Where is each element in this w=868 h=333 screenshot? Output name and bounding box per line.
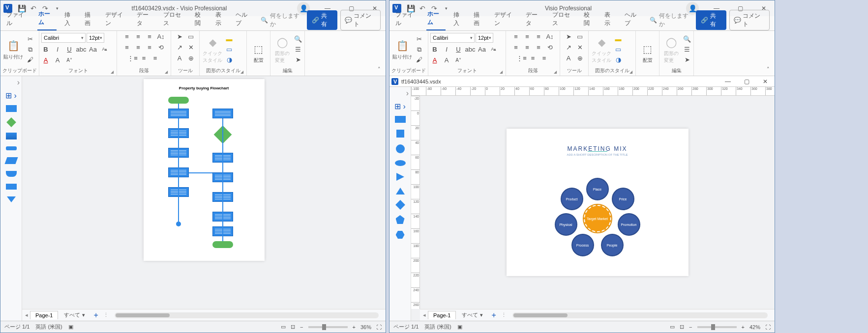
increase-indent-icon[interactable]: ≡ <box>151 54 160 62</box>
arrange-button[interactable]: ⬚配置 <box>249 37 268 69</box>
connector-circle[interactable] <box>176 222 181 226</box>
status-language[interactable]: 英語 (米国) <box>424 323 451 331</box>
page-tab-1[interactable]: Page-1 <box>428 311 456 319</box>
stencil-ellipse[interactable] <box>395 160 406 166</box>
stencil-square[interactable] <box>396 130 404 138</box>
terminator-end[interactable] <box>212 241 233 248</box>
add-page-button[interactable]: + <box>91 311 101 320</box>
tab-home[interactable]: ホーム <box>426 7 446 30</box>
font-name-combo[interactable]: Calibri <box>41 33 86 43</box>
grow-font-button[interactable]: A▴ <box>489 45 498 54</box>
nav-first-icon[interactable]: ◂ <box>423 312 426 318</box>
doc-maximize-button[interactable]: ▢ <box>737 78 756 85</box>
zoom-level[interactable]: 36% <box>360 324 371 330</box>
add-page-button[interactable]: + <box>489 311 499 320</box>
shrink-font-button[interactable]: A˅ <box>65 56 74 64</box>
find-icon[interactable]: 🔍 <box>294 35 302 44</box>
share-button[interactable]: 🔗 共有 <box>307 10 337 30</box>
text-tool-icon[interactable]: A <box>175 54 184 62</box>
effects-icon[interactable]: ◑ <box>225 56 234 64</box>
collapse-ribbon-icon[interactable]: ˄ <box>373 31 386 76</box>
align-right-icon[interactable]: ≡ <box>534 32 543 41</box>
align-bottom-icon[interactable]: ≡ <box>145 43 154 52</box>
connector-tool-icon[interactable]: ↗ <box>175 43 184 52</box>
dialog-launcher-icon[interactable]: ◢ <box>629 70 632 74</box>
align-bottom-icon[interactable]: ≡ <box>534 43 543 52</box>
connection-point-icon[interactable]: ⊕ <box>186 54 195 62</box>
tab-view[interactable]: 表示 <box>603 8 617 30</box>
text-direction-icon[interactable]: A↕ <box>545 32 554 41</box>
increase-indent-icon[interactable]: ≡ <box>540 54 549 62</box>
all-pages-tab[interactable]: すべて ▾ <box>60 310 89 320</box>
tab-help[interactable]: ヘルプ <box>624 8 643 30</box>
stencil-card[interactable] <box>6 184 17 190</box>
tab-review[interactable]: 校閲 <box>583 8 596 30</box>
zoom-slider[interactable] <box>308 326 348 328</box>
petal-circle[interactable]: Physical <box>555 213 577 236</box>
select-icon[interactable]: ➤ <box>683 56 691 64</box>
terminator-start[interactable] <box>168 97 189 104</box>
format-painter-icon[interactable]: 🖌 <box>415 56 423 64</box>
tab-review[interactable]: 校閲 <box>194 8 207 30</box>
paste-button[interactable]: 📋貼り付け <box>391 33 413 66</box>
change-case-button[interactable]: Aa <box>478 45 486 54</box>
rotate-text-icon[interactable]: ⟲ <box>545 43 554 52</box>
process-box[interactable] <box>168 109 189 118</box>
rectangle-tool-icon[interactable]: ▭ <box>575 32 584 41</box>
text-direction-icon[interactable]: A↕ <box>156 32 165 41</box>
fill-color-icon[interactable]: ▬ <box>614 35 623 44</box>
zoom-in-icon[interactable]: + <box>742 324 745 330</box>
cut-icon[interactable]: ✂ <box>26 35 34 44</box>
tab-data[interactable]: データ <box>525 8 544 30</box>
font-color-button[interactable]: A <box>41 56 50 64</box>
copy-icon[interactable]: ⧉ <box>415 45 423 54</box>
dialog-launcher-icon[interactable]: ◢ <box>240 70 243 74</box>
align-top-icon[interactable]: ≡ <box>122 43 131 52</box>
petal-circle[interactable]: Product <box>561 188 583 210</box>
petal-circle[interactable]: Price <box>612 188 634 210</box>
dialog-launcher-icon[interactable]: ◢ <box>554 70 557 74</box>
presentation-mode-icon[interactable]: ▭ <box>281 324 286 330</box>
stencil-rectangle[interactable] <box>6 105 17 112</box>
pointer-tool-icon[interactable]: ➤ <box>564 32 573 41</box>
tab-data[interactable]: データ <box>136 8 155 30</box>
pointer-tool-icon[interactable]: ➤ <box>175 32 184 41</box>
rotate-text-icon[interactable]: ⟲ <box>156 43 165 52</box>
expand-shapes-icon[interactable]: › <box>389 89 411 99</box>
tab-draw[interactable]: 描画 <box>473 8 486 30</box>
italic-button[interactable]: I <box>442 45 451 54</box>
fit-to-window-icon[interactable]: ⊡ <box>291 324 295 330</box>
tab-process[interactable]: プロセス <box>162 8 187 30</box>
stencil-circle[interactable] <box>396 144 405 153</box>
horizontal-scrollbar[interactable] <box>115 312 379 318</box>
underline-button[interactable]: U <box>65 45 74 54</box>
shrink-font-a-button[interactable]: A <box>53 56 62 64</box>
stencil-database[interactable] <box>6 171 17 177</box>
cut-icon[interactable]: ✂ <box>415 35 423 44</box>
petal-circle[interactable]: Promotion <box>618 213 640 236</box>
process-box[interactable] <box>212 109 233 118</box>
page-tab-1[interactable]: Page-1 <box>30 311 58 319</box>
arrange-button[interactable]: ⬚配置 <box>638 37 657 69</box>
tab-design[interactable]: デザイン <box>104 8 129 30</box>
effects-icon[interactable]: ◑ <box>614 56 623 64</box>
stencil-diamond[interactable] <box>395 200 405 210</box>
tell-me-search[interactable]: 🔍 何をしますか <box>261 12 304 28</box>
grow-font-button[interactable]: A▴ <box>100 45 109 54</box>
change-case-button[interactable]: Aa <box>89 45 97 54</box>
stencil-data[interactable] <box>6 146 17 150</box>
petal-circle[interactable]: Process <box>571 234 594 256</box>
font-name-combo[interactable]: Calibri <box>430 33 475 43</box>
share-button[interactable]: 🔗 共有 <box>696 10 726 30</box>
align-top-icon[interactable]: ≡ <box>511 43 520 52</box>
select-icon[interactable]: ➤ <box>294 56 302 64</box>
shapes-toggle-icon[interactable]: ⊞ › <box>389 102 411 111</box>
zoom-out-icon[interactable]: − <box>689 324 692 330</box>
paste-button[interactable]: 📋貼り付け <box>2 33 24 66</box>
stencil-triangle-up[interactable] <box>396 188 405 194</box>
status-language[interactable]: 英語 (米国) <box>35 323 62 331</box>
line-color-icon[interactable]: ▭ <box>614 45 623 54</box>
connection-point-icon[interactable]: ⊕ <box>575 54 584 62</box>
zoom-slider[interactable] <box>697 326 737 328</box>
fit-to-window-icon[interactable]: ⊡ <box>680 324 684 330</box>
